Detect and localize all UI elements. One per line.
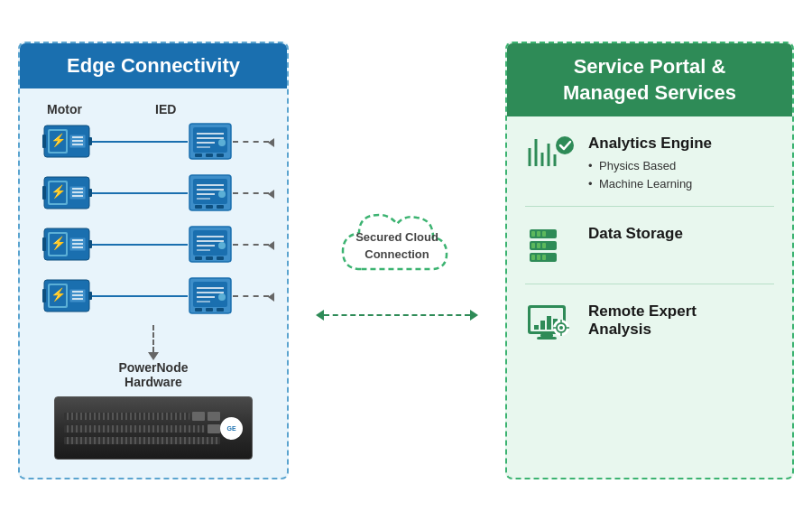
left-panel-header: Edge Connectivity	[20, 43, 287, 88]
device-row: ⚡	[42, 172, 269, 213]
svg-rect-112	[537, 337, 557, 340]
horizontal-arrow	[316, 310, 478, 321]
svg-rect-92	[537, 243, 540, 248]
analytics-title: Analytics Engine	[588, 135, 774, 153]
device-row: ⚡	[42, 275, 269, 316]
left-arrowhead	[316, 310, 324, 321]
svg-rect-93	[542, 243, 546, 248]
right-panel: Service Portal &Managed Services Analyti…	[505, 42, 794, 479]
remote-info: Remote ExpertAnalysis	[588, 302, 774, 343]
svg-rect-88	[537, 231, 540, 237]
svg-rect-48	[42, 237, 46, 251]
svg-rect-28	[42, 186, 46, 200]
powernode-hardware: GE	[54, 396, 253, 460]
svg-rect-17	[195, 154, 202, 157]
storage-title: Data Storage	[588, 225, 774, 243]
motor-icon: ⚡	[42, 275, 92, 316]
svg-rect-111	[540, 334, 553, 337]
analytics-icon	[525, 135, 575, 180]
ge-logo: GE	[220, 417, 243, 440]
bullet-ml: Machine Learning	[588, 175, 774, 193]
dashed-arrow	[233, 244, 269, 246]
svg-rect-57	[195, 256, 202, 260]
cloud-shape: Secured Cloud Connection	[334, 201, 460, 292]
ied-icon	[188, 172, 233, 213]
service-item-analytics: Analytics Engine Physics Based Machine L…	[525, 135, 774, 207]
svg-rect-89	[542, 231, 546, 237]
devices-grid: ⚡	[38, 121, 269, 316]
svg-rect-37	[195, 205, 202, 209]
hw-front-panel	[64, 412, 220, 444]
left-panel: Edge Connectivity Motor IED ⚡	[18, 42, 289, 479]
remote-title: Remote ExpertAnalysis	[588, 302, 774, 339]
svg-rect-59	[217, 256, 224, 260]
device-labels: Motor IED	[38, 102, 269, 116]
svg-rect-102	[547, 316, 551, 330]
svg-rect-68	[42, 289, 46, 302]
svg-rect-58	[206, 256, 213, 260]
svg-text:⚡: ⚡	[51, 287, 67, 302]
dashed-arrow	[233, 295, 269, 297]
right-arrowhead	[470, 310, 478, 321]
svg-rect-8	[42, 135, 46, 148]
svg-rect-97	[542, 255, 546, 260]
bullet-physics: Physics Based	[588, 157, 774, 175]
svg-rect-87	[531, 231, 535, 237]
diagram-container: Edge Connectivity Motor IED ⚡	[18, 42, 794, 479]
ied-icon	[188, 275, 233, 316]
remote-icon	[525, 302, 575, 348]
service-item-remote: Remote ExpertAnalysis	[525, 302, 774, 361]
connector-line	[92, 244, 188, 246]
vertical-dashed-line	[152, 325, 154, 352]
arrow-line	[324, 314, 470, 316]
ied-icon	[188, 121, 233, 162]
analytics-info: Analytics Engine Physics Based Machine L…	[588, 135, 774, 192]
svg-rect-96	[537, 255, 540, 260]
svg-point-85	[556, 136, 574, 154]
svg-point-106	[559, 326, 563, 330]
motor-label: Motor	[47, 102, 155, 116]
svg-rect-100	[534, 325, 539, 330]
cloud-text: Secured Cloud Connection	[334, 229, 460, 262]
connector-line	[92, 192, 188, 194]
powernode-section: PowerNodeHardware GE	[38, 325, 269, 460]
svg-rect-18	[206, 154, 213, 157]
svg-rect-77	[195, 308, 202, 312]
connector-line	[92, 141, 188, 143]
svg-rect-19	[217, 154, 224, 157]
ied-label: IED	[155, 102, 176, 116]
dashed-arrow	[233, 192, 269, 194]
middle-section: Secured Cloud Connection	[289, 42, 505, 479]
svg-rect-39	[217, 205, 224, 209]
svg-point-15	[218, 139, 226, 146]
storage-icon	[525, 225, 575, 270]
svg-rect-79	[217, 308, 224, 312]
svg-text:⚡: ⚡	[51, 184, 67, 200]
right-panel-header: Service Portal &Managed Services	[507, 43, 792, 116]
svg-rect-38	[206, 205, 213, 209]
cloud-container: Secured Cloud Connection	[316, 201, 478, 321]
powernode-label: PowerNodeHardware	[118, 360, 188, 389]
ied-icon	[188, 224, 233, 265]
connector-line	[92, 295, 188, 297]
svg-point-35	[218, 191, 226, 198]
service-item-storage: Data Storage	[525, 225, 774, 284]
down-arrow-head	[148, 352, 159, 360]
svg-text:⚡: ⚡	[51, 236, 67, 251]
dashed-arrow	[233, 141, 269, 143]
motor-icon: ⚡	[42, 224, 92, 265]
svg-rect-78	[206, 308, 213, 312]
storage-info: Data Storage	[588, 225, 774, 247]
svg-rect-101	[540, 321, 545, 330]
device-row: ⚡	[42, 224, 269, 265]
svg-point-75	[218, 293, 226, 301]
motor-icon: ⚡	[42, 121, 92, 162]
device-row: ⚡	[42, 121, 269, 162]
svg-rect-95	[531, 255, 535, 260]
svg-rect-91	[531, 243, 535, 248]
svg-point-55	[218, 242, 226, 249]
motor-icon: ⚡	[42, 172, 92, 213]
analytics-bullets: Physics Based Machine Learning	[588, 157, 774, 192]
svg-text:⚡: ⚡	[51, 133, 67, 148]
